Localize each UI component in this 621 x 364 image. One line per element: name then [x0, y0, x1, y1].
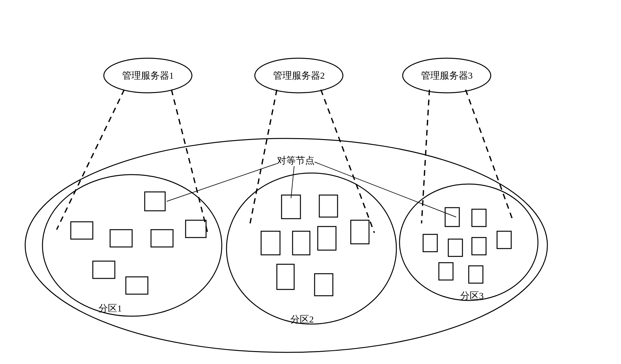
server-3: 管理服务器3	[403, 58, 491, 93]
svg-line-6	[321, 90, 374, 233]
peer-node-rect	[351, 220, 369, 244]
svg-point-13	[227, 173, 396, 324]
peer-node-label: 对等节点	[277, 155, 315, 165]
server-1: 管理服务器1	[104, 58, 192, 93]
svg-line-10	[291, 166, 294, 198]
server-2: 管理服务器2	[255, 58, 343, 93]
peer-node-rect	[71, 222, 93, 239]
peer-node-rect	[497, 231, 511, 249]
zone-1-label: 分区1	[98, 303, 122, 313]
zone-2-nodes	[261, 195, 369, 296]
svg-line-8	[466, 90, 513, 220]
svg-line-4	[171, 90, 208, 233]
svg-line-3	[57, 90, 124, 230]
peer-node-rect	[315, 274, 333, 296]
peer-node-rect	[423, 234, 437, 252]
peer-node-rect	[293, 231, 310, 255]
svg-line-5	[250, 90, 277, 223]
peer-node-rect	[186, 220, 206, 238]
peer-node-rect	[282, 195, 300, 219]
svg-line-9	[167, 164, 277, 201]
peer-node-rect	[93, 261, 115, 278]
zone-2: 分区2	[227, 173, 396, 324]
peer-node-rect	[261, 231, 280, 255]
zone-1-nodes	[71, 192, 206, 294]
zone-3: 分区3	[400, 184, 538, 301]
peer-node-rect	[126, 277, 148, 294]
peer-node-rect	[151, 230, 173, 247]
peer-node-pointer-lines	[167, 162, 456, 217]
server-2-label: 管理服务器2	[273, 70, 325, 81]
peer-node-rect	[110, 230, 132, 247]
peer-node-rect	[319, 195, 338, 217]
peer-node-rect	[439, 263, 453, 280]
svg-line-11	[315, 162, 456, 217]
peer-node-rect	[277, 264, 294, 289]
peer-node-rect	[448, 239, 462, 256]
zone-3-label: 分区3	[460, 290, 484, 301]
network-diagram: 管理服务器1 管理服务器2 管理服务器3 对等节点	[0, 0, 621, 364]
peer-node-rect	[469, 266, 483, 283]
peer-node-rect	[472, 238, 486, 255]
server-1-label: 管理服务器1	[122, 70, 174, 81]
peer-node-rect	[145, 192, 165, 211]
peer-node-rect	[445, 208, 459, 227]
svg-line-7	[422, 90, 429, 223]
peer-node-rect	[472, 209, 486, 227]
zone-3-nodes	[423, 208, 511, 283]
zone-1: 分区1	[42, 175, 222, 316]
peer-node-rect	[318, 227, 336, 250]
server-3-label: 管理服务器3	[421, 70, 473, 81]
zone-2-label: 分区2	[290, 314, 314, 324]
